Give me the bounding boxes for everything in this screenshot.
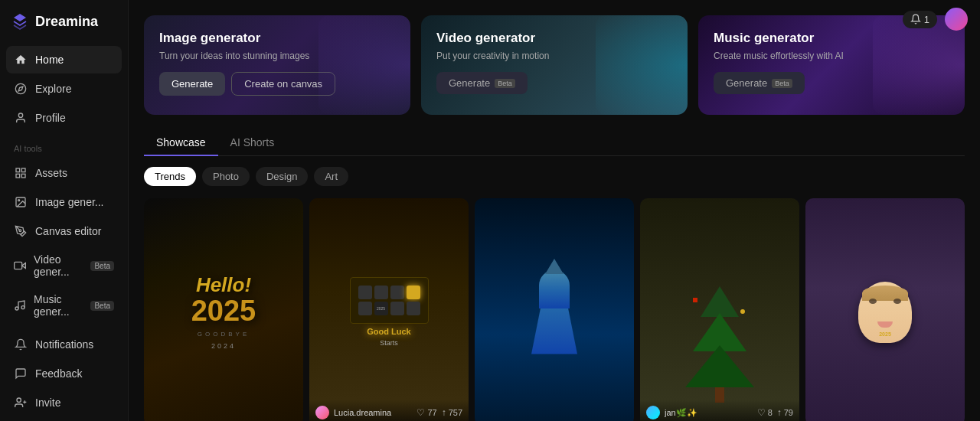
nav-item-feedback[interactable]: Feedback xyxy=(6,360,122,387)
bell-icon xyxy=(14,338,28,351)
filter-pills: Trends Photo Design Art xyxy=(144,167,965,186)
compass-icon xyxy=(14,82,28,96)
image-generate-button[interactable]: Generate xyxy=(159,72,225,96)
christmas-bg xyxy=(640,198,799,421)
svg-rect-3 xyxy=(21,168,25,172)
top-header: 1 xyxy=(903,8,968,31)
svg-point-11 xyxy=(15,307,18,310)
nav-item-profile[interactable]: Profile xyxy=(6,104,122,132)
nav-item-notifications[interactable]: Notifications xyxy=(6,331,122,358)
showcase-tabs: Showcase AI Shorts xyxy=(144,130,965,156)
svg-rect-10 xyxy=(15,262,22,269)
starts-text: Starts xyxy=(380,339,398,347)
svg-point-12 xyxy=(21,306,24,309)
nav-item-image-generator[interactable]: Image gener... xyxy=(6,188,122,216)
view-icon: ↑ xyxy=(442,407,446,418)
svg-point-13 xyxy=(17,398,21,402)
jan-views: ↑ 79 xyxy=(777,407,793,418)
video-generate-button[interactable]: Generate Beta xyxy=(436,72,528,94)
pill-art[interactable]: Art xyxy=(314,167,348,186)
music-icon xyxy=(14,299,26,312)
lucia-likes: ♡ 77 xyxy=(416,407,436,418)
ai-tools-nav: Assets Image gener... Canvas editor Vide… xyxy=(0,156,128,328)
heart-icon: ♡ xyxy=(416,407,425,418)
svg-point-0 xyxy=(15,83,25,93)
nav-item-canvas-editor[interactable]: Canvas editor xyxy=(6,217,122,245)
goodluck-text: Good Luck xyxy=(367,327,410,336)
nav-item-explore[interactable]: Explore xyxy=(6,75,122,103)
lucia-username: Lucia.dreamina xyxy=(334,408,412,417)
svg-rect-4 xyxy=(21,174,25,178)
lucia-avatar xyxy=(315,406,329,419)
heart-icon2: ♡ xyxy=(757,407,766,418)
nav-item-invite[interactable]: Invite xyxy=(6,389,122,416)
baby-bg: 2025 xyxy=(805,198,965,421)
nav-item-video-generator[interactable]: Video gener... Beta xyxy=(6,246,122,285)
view-icon2: ↑ xyxy=(777,407,782,418)
jan-avatar xyxy=(646,406,660,419)
nav-label-image-gen: Image gener... xyxy=(35,196,104,208)
svg-rect-2 xyxy=(16,168,20,172)
pill-trends[interactable]: Trends xyxy=(144,167,196,186)
jan-username: jan🌿✨ xyxy=(665,408,753,418)
hello-year: 2025 xyxy=(191,295,256,328)
logo-text: Dreamina xyxy=(35,14,98,30)
main-nav: Home Explore Profile xyxy=(0,43,128,135)
image-card-shark[interactable] xyxy=(475,198,634,421)
christmas-card-footer: jan🌿✨ ♡ 8 ↑ 79 xyxy=(640,400,799,421)
nav-item-assets[interactable]: Assets xyxy=(6,159,122,187)
shark-bg xyxy=(475,198,634,421)
nav-label-home: Home xyxy=(35,54,64,66)
hello-text: Hello! xyxy=(196,275,251,295)
bell-header-icon xyxy=(910,14,921,24)
jan-view-count: 79 xyxy=(784,408,793,417)
ai-tools-label: AI tools xyxy=(0,135,128,156)
video-generator-card: Video generator Put your creativity in m… xyxy=(421,15,688,115)
video-icon xyxy=(14,259,26,273)
image-icon xyxy=(14,195,28,209)
music-generate-button[interactable]: Generate Beta xyxy=(714,72,805,94)
generator-grid: Image generator Turn your ideas into stu… xyxy=(144,15,965,115)
nav-item-home[interactable]: Home xyxy=(6,46,122,73)
svg-rect-5 xyxy=(16,174,20,178)
jan-like-count: 8 xyxy=(768,408,773,417)
user-plus-icon xyxy=(14,396,28,410)
figure-head xyxy=(539,270,570,308)
year-sub: 2024 xyxy=(211,342,236,350)
goodbye-text: GOODBYE xyxy=(198,331,250,338)
pill-design[interactable]: Design xyxy=(256,167,308,186)
nav-item-music-generator[interactable]: Music gener... Beta xyxy=(6,286,122,325)
svg-marker-9 xyxy=(22,263,26,269)
image-grid: Hello! 2025 GOODBYE 2024 xyxy=(144,198,965,421)
figure-body xyxy=(531,308,577,354)
sidebar: Dreamina Home Explore Profile AI tools xyxy=(0,0,129,421)
tab-showcase[interactable]: Showcase xyxy=(144,130,218,156)
nav-label-feedback: Feedback xyxy=(35,367,82,380)
music-beta-badge: Beta xyxy=(90,301,114,311)
tab-ai-shorts[interactable]: AI Shorts xyxy=(218,130,287,156)
baby-face: 2025 xyxy=(858,282,912,343)
svg-point-1 xyxy=(18,113,22,117)
nav-label-assets: Assets xyxy=(35,167,67,179)
image-card-hello2025[interactable]: Hello! 2025 GOODBYE 2024 xyxy=(144,198,303,421)
video-beta-badge: Beta xyxy=(90,261,114,271)
image-card-christmas[interactable]: jan🌿✨ ♡ 8 ↑ 79 xyxy=(640,198,799,421)
image-hello2025-bg: Hello! 2025 GOODBYE 2024 xyxy=(144,198,303,421)
jan-likes: ♡ 8 xyxy=(757,407,773,418)
nav-label-video-gen: Video gener... xyxy=(34,253,83,278)
nav-label-music-gen: Music gener... xyxy=(34,293,83,318)
image-card-baby[interactable]: 2025 xyxy=(805,198,965,421)
nav-label-invite: Invite xyxy=(35,397,60,409)
image-generator-card: Image generator Turn your ideas into stu… xyxy=(144,15,410,115)
notification-button[interactable]: 1 xyxy=(903,11,937,28)
bottom-nav: Notifications Feedback Invite xyxy=(0,328,128,421)
message-icon xyxy=(14,367,28,380)
logo[interactable]: Dreamina xyxy=(0,0,128,43)
keyboard-card-footer: Lucia.dreamina ♡ 77 ↑ 757 xyxy=(309,400,469,421)
nav-label-profile: Profile xyxy=(35,112,66,124)
user-avatar[interactable] xyxy=(945,8,968,31)
lucia-views: ↑ 757 xyxy=(442,407,462,418)
pill-photo[interactable]: Photo xyxy=(202,167,250,186)
image-card-keyboard[interactable]: 2025 Good Luck Starts Lucia.dreamina ♡ 7… xyxy=(309,198,469,421)
grid-icon xyxy=(14,166,28,180)
